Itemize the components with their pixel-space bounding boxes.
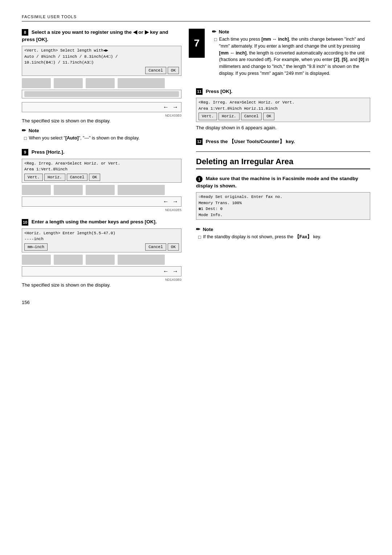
section-divider xyxy=(196,151,370,152)
page-number: 156 xyxy=(22,300,181,305)
ok-btn-1[interactable]: OK xyxy=(168,67,179,74)
lcd-display-1: <Vert. Length> Select length with◀▶ Auto… xyxy=(22,46,181,76)
pencil-icon-2: ✏ xyxy=(212,29,216,35)
step-10-heading: 10 Enter a length using the number keys … xyxy=(22,218,181,226)
cancel-btn-3[interactable]: Cancel xyxy=(145,243,166,251)
step-10-body: The specified size is shown on the displ… xyxy=(22,281,181,289)
step-10-num: 10 xyxy=(22,219,28,226)
step-b1-heading: 1 Make sure that the machine is in Facsi… xyxy=(196,175,370,189)
nd-code-1: ND1X03E0 xyxy=(22,114,181,117)
note-block-bottom: ✏ Note If the standby display is not sho… xyxy=(196,226,370,241)
step-12-heading: 12 Press the 【User Tools/Counter】 key. xyxy=(196,138,370,145)
chapter-tab: 7 xyxy=(189,29,205,58)
step-8-heading: 8 Select a size you want to register usi… xyxy=(22,29,181,43)
display-nav-1 xyxy=(22,90,181,98)
nav-arrow-left-1[interactable]: ← xyxy=(163,104,169,110)
pencil-icon-1: ✏ xyxy=(22,127,26,133)
step-12-block: 12 Press the 【User Tools/Counter】 key. xyxy=(196,138,370,145)
step-12-num: 12 xyxy=(196,138,203,145)
chapter-tab-wrap: 7 ✏ Note Each time you press [mm ↔ inch]… xyxy=(189,29,370,82)
pencil-icon-3: ✏ xyxy=(196,226,200,232)
step-8-num: 8 xyxy=(22,29,28,36)
section-title: Deleting an Irregular Area xyxy=(196,157,370,169)
lcd-display-2: <Reg. Irreg. Area>Select Horiz. or Vert.… xyxy=(22,159,181,183)
step-b1-block: 1 Make sure that the machine is in Facsi… xyxy=(196,175,370,220)
horiz-btn-1[interactable]: Horiz. xyxy=(44,174,65,181)
lcd-display-3: <Horiz. Length> Enter length(5.5-47.0) -… xyxy=(22,228,181,253)
lcd-display-5: ○Ready Set originals. Enter fax no. Memo… xyxy=(196,192,370,220)
ok-btn-4[interactable]: OK xyxy=(263,113,274,120)
step-9-num: 9 xyxy=(22,149,28,155)
display-visual-2 xyxy=(22,185,181,195)
note-block-right-top: ✏ Note Each time you press [mm ↔ inch], … xyxy=(212,29,370,77)
display-visual-3 xyxy=(22,255,181,265)
nav-arrow-right-1[interactable]: → xyxy=(172,104,178,110)
nav-arrow-left-2[interactable]: ← xyxy=(163,198,169,205)
step-11-block: 11 Press [OK]. <Reg. Irreg. Area>Select … xyxy=(196,88,370,131)
nd-code-3: ND1X03E0 xyxy=(22,278,181,281)
step-10-block: 10 Enter a length using the number keys … xyxy=(22,218,181,289)
vert-btn-1[interactable]: Vert. xyxy=(24,174,43,181)
ok-btn-2[interactable]: OK xyxy=(89,174,100,181)
cancel-btn-4[interactable]: Cancel xyxy=(241,113,262,120)
vert-btn-2[interactable]: Vert. xyxy=(199,113,217,120)
ok-btn-3[interactable]: OK xyxy=(168,243,179,251)
step-9-block: 9 Press [Horiz.]. <Reg. Irreg. Area>Sele… xyxy=(22,149,181,212)
page-header: FACSIMILE USER TOOLS xyxy=(22,15,370,21)
horiz-btn-2[interactable]: Horiz. xyxy=(219,113,240,120)
cancel-btn-1[interactable]: Cancel xyxy=(145,67,166,74)
step-8-block: 8 Select a size you want to register usi… xyxy=(22,29,181,142)
display-visual-1 xyxy=(22,78,181,88)
step-11-body: The display shown in 6 appears again. xyxy=(196,124,370,131)
step-11-heading: 11 Press [OK]. xyxy=(196,88,370,95)
nav-arrow-right-3[interactable]: → xyxy=(172,268,178,275)
step-8-body: The specified size is shown on the displ… xyxy=(22,117,181,125)
mm-inch-btn[interactable]: mm↔inch xyxy=(24,243,48,251)
nav-arrow-right-2[interactable]: → xyxy=(172,198,178,205)
lcd-display-4: <Reg. Irreg. Area>Select Horiz. or Vert.… xyxy=(196,98,370,122)
nd-code-2: ND1X02E5 xyxy=(22,208,181,212)
cancel-btn-2[interactable]: Cancel xyxy=(67,174,88,181)
note-block-1: ✏ Note When you select "[Auto]", "---" i… xyxy=(22,127,181,142)
step-9-heading: 9 Press [Horiz.]. xyxy=(22,149,181,156)
step-11-num: 11 xyxy=(196,88,203,95)
step-b1-num: 1 xyxy=(196,176,203,182)
nav-arrow-left-3[interactable]: ← xyxy=(163,268,169,275)
